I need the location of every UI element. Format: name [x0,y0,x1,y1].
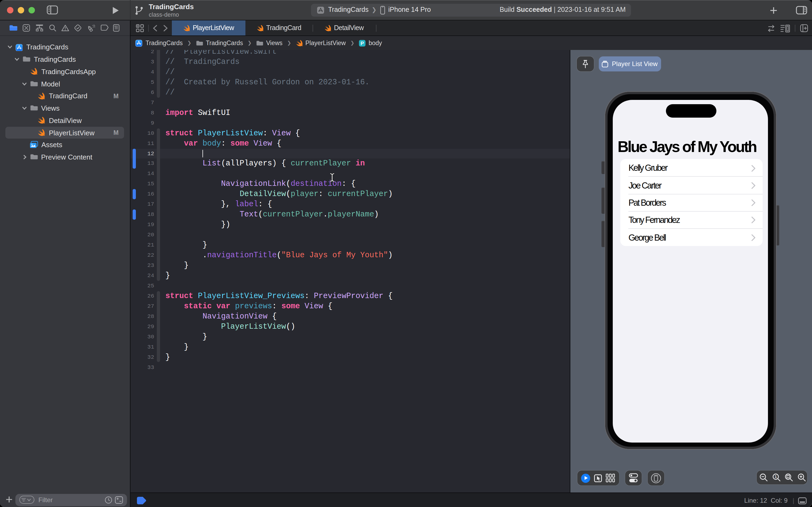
svg-text:1: 1 [774,474,776,479]
